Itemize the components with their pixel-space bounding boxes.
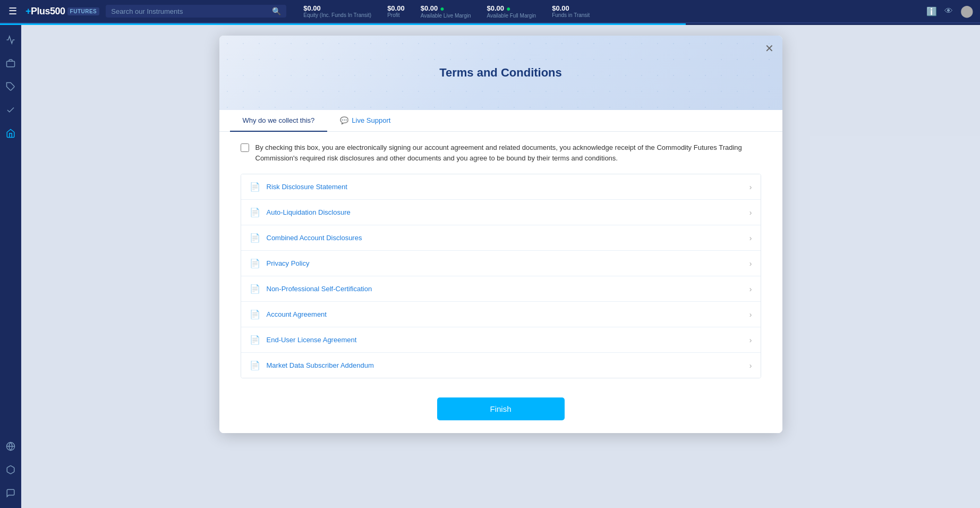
sidebar-item-globe[interactable] [1, 437, 20, 456]
document-list: 📄 Risk Disclosure Statement › 📄 Auto-Liq… [241, 174, 761, 378]
doc-name-combined-account: Combined Account Disclosures [267, 234, 749, 242]
nav-icons: ℹ️ 👁 ⬤ [926, 4, 974, 18]
stat-funds-transit: $0.00 Funds in Transit [552, 4, 590, 18]
chevron-icon: › [749, 183, 752, 191]
doc-icon: 📄 [250, 284, 260, 294]
nav-stats: $0.00 Equity (Inc. Funds In Transit) $0.… [303, 4, 920, 19]
chat-icon: 💬 [340, 116, 348, 124]
chevron-icon: › [749, 361, 752, 370]
doc-item-non-professional[interactable]: 📄 Non-Professional Self-Certification › [241, 276, 761, 302]
doc-icon: 📄 [250, 309, 260, 319]
consent-checkbox[interactable] [241, 143, 249, 152]
stat-profit-label: Profit [387, 12, 399, 18]
stat-funds-transit-label: Funds in Transit [552, 12, 590, 18]
stat-full-margin-label: Available Full Margin [487, 13, 536, 19]
logo-futures-tag: FUTURES [67, 7, 100, 15]
doc-name-account-agreement: Account Agreement [267, 310, 749, 318]
stat-full-margin-value: $0.00 ● [487, 4, 511, 13]
sidebar-bottom [1, 437, 20, 503]
modal-footer: Finish [219, 389, 782, 433]
sidebar-item-chat[interactable] [1, 484, 20, 503]
stat-live-margin-label: Available Live Margin [421, 13, 471, 19]
stat-equity: $0.00 Equity (Inc. Funds In Transit) [303, 4, 371, 18]
sidebar-item-box[interactable] [1, 460, 20, 479]
doc-icon: 📄 [250, 360, 260, 370]
tab-live-support[interactable]: 💬 Live Support [327, 110, 403, 132]
doc-icon: 📄 [250, 207, 260, 217]
modal-body: By checking this box, you are electronic… [219, 132, 782, 389]
top-navigation: ☰ +Plus500 FUTURES 🔍 $0.00 Equity (Inc. … [0, 0, 980, 23]
consent-row: By checking this box, you are electronic… [241, 142, 761, 163]
modal-title: Terms and Conditions [439, 66, 562, 80]
doc-name-risk-disclosure: Risk Disclosure Statement [267, 183, 749, 191]
sidebar-item-bank[interactable] [1, 124, 20, 143]
tab-live-support-label: Live Support [352, 116, 390, 124]
doc-name-eula: End-User License Agreement [267, 336, 749, 344]
doc-item-market-data[interactable]: 📄 Market Data Subscriber Addendum › [241, 353, 761, 378]
hamburger-button[interactable]: ☰ [6, 3, 19, 19]
main-layout: Terms and Conditions ✕ Why do we collect… [0, 25, 980, 508]
doc-item-privacy-policy[interactable]: 📄 Privacy Policy › [241, 251, 761, 276]
stat-equity-label: Equity (Inc. Funds In Transit) [303, 12, 371, 18]
stat-profit: $0.00 Profit [387, 4, 405, 18]
sidebar-item-chart[interactable] [1, 30, 20, 49]
consent-text: By checking this box, you are electronic… [255, 142, 761, 163]
visibility-button[interactable]: 👁 [944, 6, 953, 16]
doc-item-eula[interactable]: 📄 End-User License Agreement › [241, 327, 761, 353]
doc-name-auto-liquidation: Auto-Liquidation Disclosure [267, 208, 749, 216]
doc-icon: 📄 [250, 233, 260, 243]
doc-item-auto-liquidation[interactable]: 📄 Auto-Liquidation Disclosure › [241, 200, 761, 225]
logo-text: +Plus500 [25, 6, 65, 17]
doc-icon: 📄 [250, 335, 260, 345]
doc-name-privacy-policy: Privacy Policy [267, 259, 749, 267]
doc-item-risk-disclosure[interactable]: 📄 Risk Disclosure Statement › [241, 174, 761, 200]
svg-rect-0 [6, 61, 14, 67]
sidebar-item-tags[interactable] [1, 77, 20, 96]
stat-live-margin-value: $0.00 ● [421, 4, 445, 13]
doc-name-non-professional: Non-Professional Self-Certification [267, 285, 749, 293]
modal-close-button[interactable]: ✕ [765, 42, 774, 55]
search-icon: 🔍 [272, 7, 281, 15]
modal-overlay: Terms and Conditions ✕ Why do we collect… [21, 25, 980, 508]
logo: +Plus500 FUTURES [25, 6, 99, 17]
sidebar [0, 25, 21, 508]
doc-name-market-data: Market Data Subscriber Addendum [267, 361, 749, 369]
tab-why-collect-label: Why do we collect this? [243, 116, 315, 124]
content-area: Terms and Conditions ✕ Why do we collect… [21, 25, 980, 508]
chevron-icon: › [749, 310, 752, 319]
finish-button[interactable]: Finish [437, 397, 565, 420]
doc-icon: 📄 [250, 182, 260, 192]
doc-icon: 📄 [250, 258, 260, 268]
sidebar-item-portfolio[interactable] [1, 54, 20, 73]
stat-profit-value: $0.00 [387, 4, 405, 12]
modal-banner: Terms and Conditions ✕ [219, 36, 782, 110]
chevron-icon: › [749, 285, 752, 293]
stat-live-margin: $0.00 ● Available Live Margin [421, 4, 471, 19]
chevron-icon: › [749, 234, 752, 242]
search-bar[interactable]: 🔍 [106, 5, 286, 18]
doc-item-combined-account[interactable]: 📄 Combined Account Disclosures › [241, 225, 761, 251]
profile-button[interactable]: ⬤ [960, 4, 974, 18]
sidebar-item-orders[interactable] [1, 100, 20, 120]
stat-full-margin: $0.00 ● Available Full Margin [487, 4, 536, 19]
chevron-icon: › [749, 208, 752, 217]
modal-tabs: Why do we collect this? 💬 Live Support [219, 110, 782, 132]
info-button[interactable]: ℹ️ [926, 6, 937, 16]
doc-item-account-agreement[interactable]: 📄 Account Agreement › [241, 302, 761, 327]
search-input[interactable] [111, 7, 268, 15]
chevron-icon: › [749, 259, 752, 268]
stat-equity-value: $0.00 [303, 4, 321, 12]
tab-why-collect[interactable]: Why do we collect this? [230, 110, 328, 132]
stat-funds-transit-value: $0.00 [552, 4, 569, 12]
terms-modal: Terms and Conditions ✕ Why do we collect… [219, 36, 782, 433]
chevron-icon: › [749, 336, 752, 344]
